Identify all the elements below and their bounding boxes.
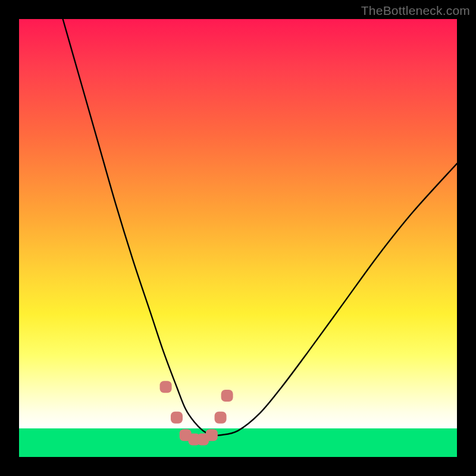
marker-dot xyxy=(215,412,227,424)
marker-dot xyxy=(171,412,183,424)
curve-layer xyxy=(19,19,457,457)
chart-frame: TheBottleneck.com xyxy=(0,0,476,476)
bottleneck-curve xyxy=(63,19,457,436)
marker-dot xyxy=(221,390,233,402)
marker-dot xyxy=(206,429,218,441)
watermark-text: TheBottleneck.com xyxy=(361,4,470,18)
optimal-range-markers xyxy=(160,381,233,445)
plot-area xyxy=(19,19,457,457)
curve-path xyxy=(63,19,457,436)
marker-dot xyxy=(160,381,172,393)
